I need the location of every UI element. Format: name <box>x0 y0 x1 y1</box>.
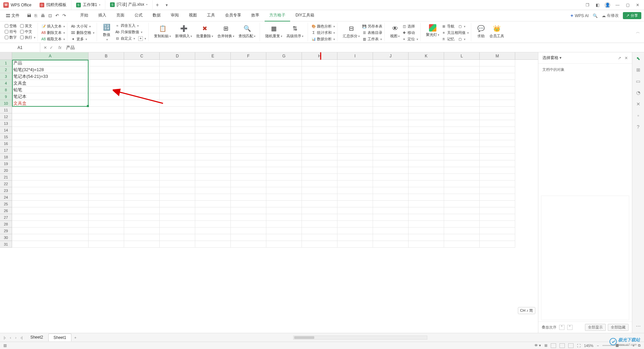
cell-F8[interactable] <box>231 87 266 93</box>
member-tools-button[interactable]: 👑会员工具 <box>487 23 506 41</box>
check-symbol[interactable]: 符号 <box>5 29 17 34</box>
cell-H4[interactable] <box>302 80 337 87</box>
cell-B27[interactable] <box>89 214 124 221</box>
cube-icon[interactable]: ◧ <box>594 2 600 8</box>
cell-L29[interactable] <box>444 228 480 234</box>
cell-C27[interactable] <box>124 214 160 221</box>
cell-A25[interactable] <box>12 201 89 207</box>
cell-B30[interactable] <box>89 234 124 241</box>
title-tab-workbook1[interactable]: S 工作簿1 • <box>71 0 105 10</box>
cell-L9[interactable] <box>444 93 480 100</box>
cell-B8[interactable] <box>89 87 124 93</box>
modify-indicator[interactable]: ☁ 有修改 <box>602 13 619 18</box>
cell-K17[interactable] <box>409 147 444 154</box>
cell-K8[interactable] <box>409 87 444 93</box>
cell-D20[interactable] <box>160 167 195 174</box>
cell-F3[interactable] <box>231 73 266 80</box>
cell-J28[interactable] <box>373 221 409 228</box>
menu-tab-方方格子[interactable]: 方方格子 <box>265 10 290 21</box>
cell-C13[interactable] <box>124 120 160 127</box>
zoom-out-button[interactable]: − <box>597 344 599 348</box>
sheet-nav-last[interactable]: ›| <box>19 336 24 340</box>
cell-M3[interactable] <box>480 73 515 80</box>
row-header-8[interactable]: 8 <box>0 87 12 93</box>
col-header-B[interactable]: B <box>89 52 124 59</box>
cell-D15[interactable] <box>160 134 195 140</box>
cell-A3[interactable]: 笔记本(54-21)=33 <box>12 73 89 80</box>
cell-D22[interactable] <box>160 181 195 187</box>
cell-J4[interactable] <box>373 80 409 87</box>
cell-L17[interactable] <box>444 147 480 154</box>
cell-J23[interactable] <box>373 187 409 194</box>
cell-L25[interactable] <box>444 201 480 207</box>
cell-F27[interactable] <box>231 214 266 221</box>
cell-J27[interactable] <box>373 214 409 221</box>
cell-E25[interactable] <box>195 201 231 207</box>
cell-C30[interactable] <box>124 234 160 241</box>
cell-I21[interactable] <box>337 174 373 181</box>
tab-more-icon[interactable]: • <box>99 3 100 7</box>
view-button[interactable]: 👁视图▾ <box>388 23 402 41</box>
cell-K13[interactable] <box>409 120 444 127</box>
cell-D21[interactable] <box>160 174 195 181</box>
cell-B19[interactable] <box>89 160 124 167</box>
cell-F12[interactable] <box>231 113 266 120</box>
cell-B28[interactable] <box>89 221 124 228</box>
view-pagebreak-button[interactable] <box>559 343 565 348</box>
cell-B26[interactable] <box>89 207 124 214</box>
cell-I18[interactable] <box>337 154 373 160</box>
round-button[interactable]: ≈四舍五入▾ <box>115 23 146 29</box>
color-analysis-button[interactable]: 🎨颜色分析▾ <box>311 23 335 29</box>
menu-tab-DIY工具箱[interactable]: DIY工具箱 <box>291 10 319 21</box>
cell-C31[interactable] <box>124 241 160 248</box>
cell-K20[interactable] <box>409 167 444 174</box>
cell-G9[interactable] <box>266 93 302 100</box>
cell-L4[interactable] <box>444 80 480 87</box>
cell-L16[interactable] <box>444 140 480 147</box>
cell-H3[interactable] <box>302 73 337 80</box>
cell-E27[interactable] <box>195 214 231 221</box>
sheet-nav-first[interactable]: |‹ <box>3 336 7 340</box>
insert-text-button[interactable]: 📝插入文本▾ <box>41 23 65 29</box>
cell-E12[interactable] <box>195 113 231 120</box>
cell-F24[interactable] <box>231 194 266 201</box>
cell-D12[interactable] <box>160 113 195 120</box>
cell-A27[interactable] <box>12 214 89 221</box>
menu-tab-工具[interactable]: 工具 <box>202 10 220 21</box>
cell-K10[interactable] <box>409 100 444 107</box>
eye-icon[interactable]: 👁 ▾ <box>534 343 541 348</box>
confirm-icon[interactable]: ✓ <box>50 45 53 50</box>
cell-H9[interactable] <box>302 93 337 100</box>
cell-B21[interactable] <box>89 174 124 181</box>
cell-M25[interactable] <box>480 201 515 207</box>
print-icon[interactable]: 🖶 <box>41 13 45 18</box>
ribbon-collapse-button[interactable]: ︿ <box>636 23 641 41</box>
horizontal-scrollbar[interactable] <box>79 336 641 340</box>
cell-K15[interactable] <box>409 134 444 140</box>
cell-H10[interactable] <box>302 100 337 107</box>
cell-K26[interactable] <box>409 207 444 214</box>
cell-J30[interactable] <box>373 234 409 241</box>
row-header-27[interactable]: 27 <box>0 214 12 221</box>
cell-C2[interactable] <box>124 66 160 73</box>
cell-J17[interactable] <box>373 147 409 154</box>
cell-H23[interactable] <box>302 187 337 194</box>
keep-value-button[interactable]: Ab只保留数值▾ <box>115 29 146 35</box>
cell-K29[interactable] <box>409 228 444 234</box>
cell-H29[interactable] <box>302 228 337 234</box>
cell-A14[interactable] <box>12 127 89 134</box>
cell-C20[interactable] <box>124 167 160 174</box>
check-chinese[interactable]: 中文 <box>20 29 32 34</box>
cell-I13[interactable] <box>337 120 373 127</box>
cell-G17[interactable] <box>266 147 302 154</box>
maximize-button[interactable]: ▢ <box>625 2 631 8</box>
cell-E20[interactable] <box>195 167 231 174</box>
cell-L20[interactable] <box>444 167 480 174</box>
cell-G15[interactable] <box>266 134 302 140</box>
cell-D25[interactable] <box>160 201 195 207</box>
cell-J10[interactable] <box>373 100 409 107</box>
cell-F31[interactable] <box>231 241 266 248</box>
cell-G1[interactable] <box>266 60 302 66</box>
cell-L15[interactable] <box>444 134 480 140</box>
find-match-button[interactable]: 🔍查找匹配▾ <box>236 23 258 41</box>
